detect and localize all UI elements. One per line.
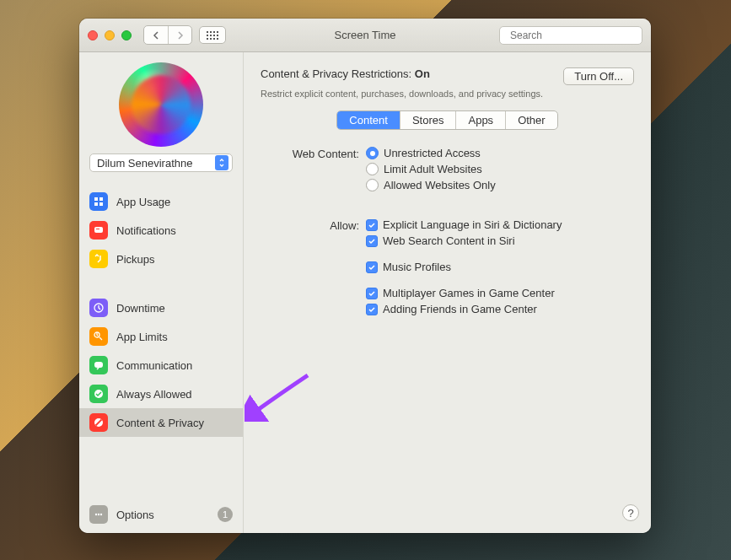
tab-stores[interactable]: Stores [400,111,456,129]
allow-row: Allow: Explicit Language in Siri & Dicti… [261,218,634,319]
sidebar-options[interactable]: Options 1 [79,496,243,533]
tab-other[interactable]: Other [505,111,557,129]
chevron-left-icon [153,31,159,40]
restrictions-subtext: Restrict explicit content, purchases, do… [261,89,634,99]
sidebar-item-communication[interactable]: Communication [79,351,243,380]
checkbox[interactable] [366,304,378,315]
sidebar-item-label: App Usage [116,196,170,208]
sidebar-item-always-allowed[interactable]: Always Allowed [79,380,243,408]
svg-point-22 [95,514,97,515]
svg-rect-18 [94,362,103,368]
back-button[interactable] [144,26,168,44]
radio-button[interactable] [366,163,379,175]
svg-rect-2 [213,31,215,33]
svg-point-24 [100,514,102,515]
zoom-window-button[interactable] [121,30,132,40]
svg-rect-4 [207,35,208,36]
svg-rect-14 [94,227,103,233]
web-content-row: Web Content: Unrestricted Access Limit A… [261,147,634,195]
svg-rect-10 [213,38,215,40]
grid-icon [207,31,218,40]
sidebar-item-label: Notifications [116,224,176,237]
radio-label: Unrestricted Access [384,147,481,159]
svg-rect-7 [217,35,218,36]
communication-icon [89,356,108,374]
radio-allowed-only[interactable]: Allowed Websites Only [366,179,634,191]
checkbox-label: Adding Friends in Game Center [383,303,537,315]
radio-button[interactable] [366,147,379,159]
tab-content[interactable]: Content [337,111,400,129]
forward-button[interactable] [168,26,191,44]
svg-rect-5 [210,35,212,36]
pickups-icon [89,250,108,268]
sidebar-item-label: Always Allowed [116,388,192,401]
checkbox[interactable] [366,235,378,247]
downtime-icon [89,299,108,317]
check-explicit-language[interactable]: Explicit Language in Siri & Dictionary [366,218,634,231]
radio-limit-adult[interactable]: Limit Adult Websites [366,163,634,175]
check-web-search-siri[interactable]: Web Search Content in Siri [366,234,634,247]
sidebar-item-pickups[interactable]: Pickups [79,245,243,273]
checkbox[interactable] [366,219,378,231]
sidebar-item-label: Communication [116,359,192,372]
svg-rect-3 [217,31,218,33]
window-controls [88,30,132,40]
options-badge: 1 [218,507,233,522]
titlebar: Screen Time [79,19,651,52]
sidebar-item-downtime[interactable]: Downtime [79,293,243,322]
user-avatar[interactable] [119,62,203,147]
sidebar-item-label: Pickups [116,253,155,266]
checkbox-label: Explicit Language in Siri & Dictionary [383,218,562,231]
web-content-label: Web Content: [261,147,366,195]
sidebar-group-usage: App Usage Notifications Pickups [79,187,243,273]
checkbox[interactable] [366,288,378,299]
options-label: Options [116,509,154,521]
checkbox-label: Web Search Content in Siri [383,234,515,247]
search-input[interactable] [508,29,638,42]
close-window-button[interactable] [88,30,98,40]
sidebar-item-label: App Limits [116,331,168,343]
always-allowed-icon [89,385,108,403]
sidebar-item-content-privacy[interactable]: Content & Privacy [79,408,243,437]
svg-rect-9 [210,38,212,40]
sidebar-group-limits: Downtime App Limits Communication [79,293,243,437]
svg-rect-0 [207,31,208,33]
checkbox[interactable] [366,261,378,273]
checkbox-label: Music Profiles [383,261,451,273]
help-button[interactable]: ? [622,504,639,521]
search-field[interactable] [499,26,642,45]
check-adding-friends[interactable]: Adding Friends in Game Center [366,303,634,315]
sidebar-item-notifications[interactable]: Notifications [79,216,243,245]
user-name-label: Dilum Senevirathne [97,157,192,170]
content-privacy-icon [89,413,108,432]
svg-rect-1 [210,31,212,33]
window-body: Dilum Senevirathne App Usage Notificati [79,52,651,533]
chevron-right-icon [177,31,184,40]
options-icon [89,505,108,524]
window-title: Screen Time [335,29,396,41]
svg-rect-8 [207,38,208,40]
svg-rect-15 [96,229,99,229]
user-dropdown[interactable]: Dilum Senevirathne [89,153,233,172]
nav-buttons [143,25,192,45]
radio-label: Limit Adult Websites [384,163,482,175]
check-music-profiles[interactable]: Music Profiles [366,261,634,273]
notifications-icon [89,221,108,240]
radio-button[interactable] [366,179,379,191]
preferences-window: Screen Time Dilum Senevirathne [79,19,651,533]
svg-rect-11 [217,38,218,40]
svg-point-23 [98,514,99,515]
svg-rect-6 [213,35,215,36]
show-all-button[interactable] [199,26,226,44]
app-limits-icon [89,327,108,346]
sidebar-item-app-usage[interactable]: App Usage [79,187,243,216]
sidebar-item-app-limits[interactable]: App Limits [79,322,243,351]
minimize-window-button[interactable] [105,30,115,40]
avatar-container [79,62,243,147]
check-multiplayer-games[interactable]: Multiplayer Games in Game Center [366,287,634,299]
tab-apps[interactable]: Apps [455,111,505,129]
turn-off-button[interactable]: Turn Off... [563,67,634,85]
sidebar: Dilum Senevirathne App Usage Notificati [79,52,244,533]
radio-unrestricted[interactable]: Unrestricted Access [366,147,634,159]
main-panel: Content & Privacy Restrictions: On Turn … [244,52,651,533]
